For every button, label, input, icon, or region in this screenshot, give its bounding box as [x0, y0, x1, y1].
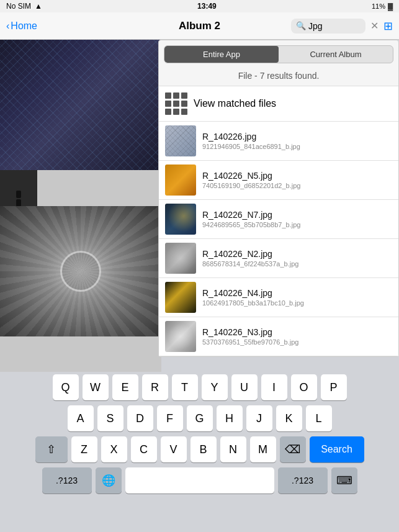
result-info: R_140226_N7.jpg 9424689565_85b705b8b7_b.… [202, 210, 392, 228]
result-item[interactable]: R_140226_N2.jpg 8685678314_6f224b537a_b.… [159, 239, 398, 278]
key-i[interactable]: I [261, 374, 287, 400]
segment-entire-app[interactable]: Entire App [164, 46, 279, 63]
result-thumbnail [165, 165, 196, 196]
keyboard-row-2: ASDFGHJKL [0, 405, 399, 431]
key-c[interactable]: C [131, 436, 157, 462]
keyboard-icon[interactable]: ⌨ [331, 467, 357, 494]
clear-search-button[interactable]: ✕ [370, 20, 379, 32]
key-x[interactable]: X [101, 436, 127, 462]
battery-label: 11% [372, 2, 385, 10]
battery-icon: ▓ [388, 2, 393, 10]
result-info: R_140226.jpg 9121946905_841ace6891_b.jpg [202, 132, 392, 150]
search-icon: 🔍 [296, 21, 306, 30]
result-thumbnail [165, 321, 196, 352]
back-button[interactable]: ‹ Home [6, 20, 37, 32]
shift-key[interactable]: ⇧ [35, 436, 68, 462]
page-title: Album 2 [179, 20, 220, 32]
keyboard-row-3: ⇧ ZXCVBNM⌫Search [0, 436, 399, 462]
key-q[interactable]: Q [53, 374, 79, 400]
results-container: R_140226.jpg 9121946905_841ace6891_b.jpg… [159, 122, 398, 356]
nav-bar: ‹ Home Album 2 🔍 ✕ ⊞ [0, 12, 399, 40]
back-label: Home [11, 20, 37, 32]
key-b[interactable]: B [191, 436, 217, 462]
result-thumbnail [165, 125, 196, 156]
key-j[interactable]: J [246, 405, 272, 431]
result-sub: 9424689565_85b705b8b7_b.jpg [202, 221, 392, 228]
key-n[interactable]: N [220, 436, 246, 462]
key-s[interactable]: S [97, 405, 123, 431]
result-thumbnail [165, 282, 196, 313]
key-z[interactable]: Z [71, 436, 97, 462]
result-name: R_140226_N2.jpg [202, 249, 392, 259]
search-popup: Entire App Current Album File - 7 result… [158, 40, 399, 357]
key-h[interactable]: H [217, 405, 243, 431]
result-name: R_140226_N5.jpg [202, 171, 392, 181]
grid-dots-icon [165, 92, 187, 115]
keyboard-row-1: QWERTYUIOP [0, 374, 399, 400]
result-sub: 8685678314_6f224b537a_b.jpg [202, 260, 392, 268]
key-r[interactable]: R [142, 374, 168, 400]
chevron-left-icon: ‹ [6, 20, 9, 32]
key-w[interactable]: W [83, 374, 109, 400]
result-item[interactable]: R_140226_N5.jpg 7405169190_d6852201d2_b.… [159, 161, 398, 200]
result-sub: 5370376951_55fbe97076_b.jpg [202, 338, 392, 346]
key-o[interactable]: O [291, 374, 317, 400]
key-l[interactable]: L [306, 405, 332, 431]
wifi-icon: ▲ [35, 2, 42, 11]
result-sub: 7405169190_d6852201d2_b.jpg [202, 182, 392, 189]
grid-view-icon[interactable]: ⊞ [383, 19, 393, 33]
result-item[interactable]: R_140226_N7.jpg 9424689565_85b705b8b7_b.… [159, 200, 398, 239]
keyboard-row-4: .?123 🌐 .?123 ⌨ [0, 467, 399, 494]
key-e[interactable]: E [112, 374, 138, 400]
time-label: 13:49 [197, 2, 217, 11]
result-info: R_140226_N4.jpg 10624917805_bb3a17bc10_b… [202, 288, 392, 307]
keyboard: QWERTYUIOP ASDFGHJKL ⇧ ZXCVBNM⌫Search .?… [0, 372, 399, 532]
key-u[interactable]: U [231, 374, 258, 400]
gallery-area [0, 40, 161, 372]
key-p[interactable]: P [321, 374, 347, 400]
results-header: File - 7 results found. [159, 68, 398, 86]
photo-bottom [0, 206, 161, 336]
result-name: R_140226_N3.jpg [202, 327, 392, 337]
result-sub: 9121946905_841ace6891_b.jpg [202, 143, 392, 150]
key-t[interactable]: T [172, 374, 198, 400]
result-item[interactable]: R_140226.jpg 9121946905_841ace6891_b.jpg [159, 122, 398, 161]
carrier-label: No SIM [6, 2, 31, 11]
key-f[interactable]: F [157, 405, 183, 431]
sym-key-right[interactable]: .?123 [278, 467, 328, 494]
result-thumbnail [165, 243, 196, 274]
search-key[interactable]: Search [310, 436, 364, 462]
status-bar: No SIM ▲ 13:49 11% ▓ [0, 0, 399, 12]
key-v[interactable]: V [161, 436, 187, 462]
results-list: View matched files R_140226.jpg 91219469… [159, 86, 398, 356]
key-a[interactable]: A [68, 405, 94, 431]
key-g[interactable]: G [187, 405, 213, 431]
result-thumbnail [165, 204, 196, 235]
key-d[interactable]: D [127, 405, 153, 431]
result-info: R_140226_N5.jpg 7405169190_d6852201d2_b.… [202, 171, 392, 189]
result-item[interactable]: R_140226_N3.jpg 5370376951_55fbe97076_b.… [159, 317, 398, 356]
result-sub: 10624917805_bb3a17bc10_b.jpg [202, 299, 392, 307]
segment-current-album[interactable]: Current Album [279, 46, 393, 63]
result-name: R_140226.jpg [202, 132, 392, 142]
space-key[interactable] [125, 467, 274, 494]
segment-control[interactable]: Entire App Current Album [164, 45, 393, 63]
result-info: R_140226_N3.jpg 5370376951_55fbe97076_b.… [202, 327, 392, 346]
result-item[interactable]: R_140226_N4.jpg 10624917805_bb3a17bc10_b… [159, 278, 398, 317]
key-y[interactable]: Y [202, 374, 228, 400]
emoji-key[interactable]: 🌐 [96, 467, 122, 494]
key-k[interactable]: K [276, 405, 302, 431]
photo-top [0, 40, 161, 170]
result-info: R_140226_N2.jpg 8685678314_6f224b537a_b.… [202, 249, 392, 268]
search-bar[interactable]: 🔍 [291, 19, 365, 34]
sym-key-left[interactable]: .?123 [42, 467, 92, 494]
key-m[interactable]: M [250, 436, 276, 462]
result-name: R_140226_N4.jpg [202, 288, 392, 298]
search-input[interactable] [308, 21, 346, 31]
view-matched-label: View matched files [194, 98, 276, 109]
view-matched-files-row[interactable]: View matched files [159, 86, 398, 122]
result-name: R_140226_N7.jpg [202, 210, 392, 220]
delete-key[interactable]: ⌫ [280, 436, 306, 462]
